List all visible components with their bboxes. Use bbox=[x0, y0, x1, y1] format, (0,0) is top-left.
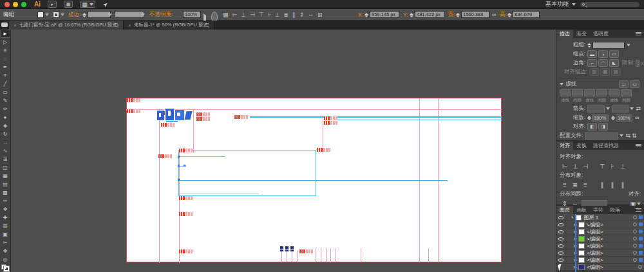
dash-value-input[interactable] bbox=[596, 89, 607, 96]
workspace-switcher[interactable]: 基本功能 bbox=[545, 0, 569, 8]
selection-color-chip[interactable] bbox=[639, 237, 643, 240]
line-segment-tool[interactable]: ╱ bbox=[1, 80, 10, 88]
target-circle-icon[interactable] bbox=[633, 222, 637, 226]
panel-menu-icon[interactable] bbox=[636, 208, 641, 212]
eyedropper-tool[interactable]: ✑ bbox=[1, 197, 10, 205]
minimize-window-button[interactable] bbox=[13, 2, 18, 7]
layer-name[interactable]: <编组> bbox=[587, 228, 633, 235]
close-tab-icon[interactable]: × bbox=[128, 23, 131, 28]
x-stepper[interactable] bbox=[365, 9, 368, 21]
target-circle-icon[interactable] bbox=[638, 265, 642, 269]
swap-arrowheads-icon[interactable]: ⇄ bbox=[636, 105, 641, 112]
visibility-toggle[interactable] bbox=[556, 242, 565, 249]
y-stepper[interactable] bbox=[410, 9, 413, 21]
scale-end-input[interactable]: 100% bbox=[616, 114, 632, 122]
vertical-distribute-center-icon[interactable]: ≣ bbox=[570, 181, 580, 189]
document-tab-1[interactable]: ×未标题-1* @ 50% (RGB/GPU 预览) bbox=[124, 21, 214, 30]
dash-value-input[interactable] bbox=[609, 89, 620, 96]
miter-join-icon[interactable]: ⌐ bbox=[587, 59, 597, 67]
fill-color-dropdown[interactable] bbox=[37, 9, 49, 21]
width-profile-dropdown[interactable] bbox=[585, 132, 618, 140]
selection-color-chip[interactable] bbox=[639, 258, 643, 262]
dash-value-input[interactable] bbox=[621, 89, 632, 96]
rotate-tool[interactable]: ↻ bbox=[1, 130, 10, 138]
slice-tool[interactable]: ✂ bbox=[1, 239, 10, 247]
free-transform-tool[interactable]: ⊞ bbox=[1, 155, 10, 163]
opacity-field[interactable]: 100% bbox=[183, 11, 201, 18]
chevron-down-icon[interactable] bbox=[630, 107, 634, 110]
chevron-down-icon[interactable] bbox=[620, 134, 623, 137]
align-panel-tab-1[interactable]: 变换 bbox=[573, 141, 590, 150]
close-tab-icon[interactable]: × bbox=[14, 23, 17, 28]
section-twirl-icon[interactable] bbox=[560, 83, 564, 86]
target-circle-icon[interactable] bbox=[633, 230, 637, 233]
selection-color-chip[interactable] bbox=[639, 230, 643, 233]
zoom-window-button[interactable] bbox=[21, 2, 26, 7]
height-stepper[interactable] bbox=[507, 9, 511, 21]
width-stepper[interactable] bbox=[456, 9, 460, 21]
selection-color-chip[interactable] bbox=[639, 244, 643, 248]
horizontal-align-right-icon[interactable]: ⊣ bbox=[580, 162, 591, 170]
target-circle-icon[interactable] bbox=[633, 244, 637, 248]
bevel-join-icon[interactable]: ◣ bbox=[609, 59, 619, 67]
artboard-tool[interactable]: ▣ bbox=[1, 230, 10, 239]
selection-color-chip[interactable] bbox=[639, 222, 643, 226]
chevron-down-icon[interactable] bbox=[637, 203, 641, 205]
x-field[interactable]: 959.145 px bbox=[370, 11, 399, 18]
canvas[interactable] bbox=[11, 30, 556, 272]
horizontal-distribute-center-icon[interactable]: ∥ bbox=[292, 9, 296, 21]
y-field[interactable]: 481.422 px bbox=[415, 11, 444, 18]
document-tab-0[interactable]: ×七路门窗外-定.ai* @ 16.67% (RGB/GPU 预览) bbox=[9, 21, 124, 30]
arrow-align-end-icon[interactable]: ◨ bbox=[598, 123, 608, 131]
flip-across-icon[interactable]: ⇅ bbox=[632, 132, 637, 139]
arrowhead-start-dropdown[interactable] bbox=[587, 105, 605, 113]
distribute-space-horizontal-icon[interactable]: ⇔ bbox=[308, 9, 314, 21]
gradient-tool[interactable]: ▩ bbox=[1, 188, 10, 197]
visibility-toggle[interactable] bbox=[556, 228, 565, 235]
chevron-down-icon[interactable] bbox=[627, 44, 630, 46]
symbol-sprayer-tool[interactable]: ✚ bbox=[1, 213, 10, 222]
scale-end-stepper[interactable] bbox=[611, 116, 615, 120]
pen-tool[interactable]: ✒ bbox=[1, 63, 10, 71]
visibility-toggle[interactable] bbox=[556, 214, 565, 221]
direct-selection-tool[interactable]: ▷ bbox=[1, 38, 10, 46]
target-circle-icon[interactable] bbox=[633, 215, 637, 219]
vertical-distribute-top-icon[interactable]: ≡ bbox=[560, 181, 570, 189]
vertical-align-bottom-icon[interactable]: ⊥ bbox=[618, 162, 628, 170]
variable-width-profile-dropdown[interactable] bbox=[115, 11, 144, 18]
align-stroke-center-icon[interactable]: ▥ bbox=[589, 68, 599, 76]
vertical-align-center-icon[interactable]: ⊦ bbox=[607, 162, 618, 170]
horizontal-distribute-center-icon[interactable]: ∥ bbox=[607, 181, 618, 189]
type-tool[interactable]: T bbox=[1, 71, 10, 80]
lasso-tool[interactable]: ◌ bbox=[1, 55, 10, 63]
stroke-weight-stepper[interactable] bbox=[82, 9, 86, 21]
layer-row-7[interactable]: ▶<编组> bbox=[556, 264, 644, 271]
opacity-panel-link[interactable]: 不透明度: bbox=[149, 9, 173, 21]
align-panel-tab-2[interactable]: 路径查找器 bbox=[590, 141, 622, 150]
preserve-dash-lengths-icon[interactable]: ▭ bbox=[619, 80, 629, 88]
vertical-distribute-center-icon[interactable]: ≣ bbox=[283, 9, 289, 21]
stroke-panel-tab-0[interactable]: 描边 bbox=[556, 30, 573, 38]
selection-color-chip[interactable] bbox=[639, 251, 643, 255]
stroke-color-dropdown[interactable] bbox=[53, 9, 64, 21]
flip-along-icon[interactable]: ⇆ bbox=[625, 132, 630, 139]
layer-row-4[interactable]: ▶<编组> bbox=[556, 242, 644, 249]
layer-name[interactable]: <编组> bbox=[587, 235, 633, 242]
stroke-panel-tab-1[interactable]: 渐变 bbox=[573, 30, 590, 38]
horizontal-align-left-icon[interactable]: ⊢ bbox=[232, 9, 238, 21]
eraser-tool[interactable]: ◈ bbox=[1, 122, 10, 130]
horizontal-distribute-right-icon[interactable]: ∥ bbox=[618, 181, 628, 189]
layer-row-5[interactable]: ▶<编组> bbox=[556, 249, 644, 257]
align-panel-tab-0[interactable]: 对齐 bbox=[556, 141, 573, 150]
align-to-selection-icon[interactable]: ⊞ bbox=[317, 9, 323, 21]
layer-name[interactable]: <编组> bbox=[587, 221, 633, 228]
document-layout-dropdown[interactable]: ▦ bbox=[80, 1, 95, 8]
horizontal-align-center-icon[interactable]: ⊥ bbox=[241, 9, 246, 21]
selection-tool[interactable]: ► bbox=[1, 30, 10, 38]
vertical-align-center-icon[interactable]: ⊦ bbox=[268, 9, 271, 21]
close-window-button[interactable] bbox=[5, 2, 10, 7]
align-stroke-inside-icon[interactable]: ▦ bbox=[600, 68, 610, 76]
dash-value-input[interactable] bbox=[572, 89, 583, 96]
perspective-grid-tool[interactable]: ▦ bbox=[1, 172, 10, 180]
height-field[interactable]: 834.079 bbox=[513, 11, 540, 18]
